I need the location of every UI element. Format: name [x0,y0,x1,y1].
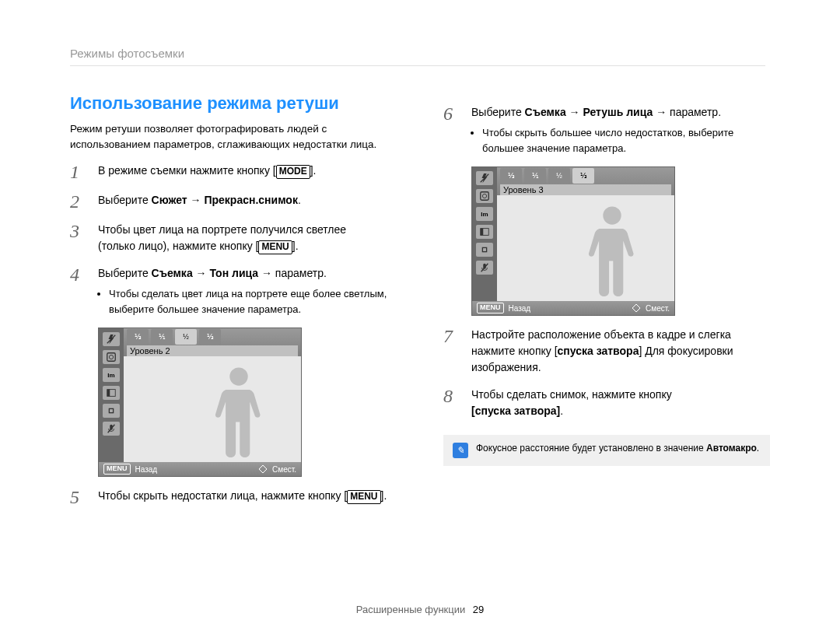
note-box: ✎ Фокусное расстояние будет установлено … [443,435,770,466]
step-2: 2 Выберите Сюжет → Прекрасн.снимок. [70,192,404,211]
footer: Расширенные функции 29 [0,604,840,615]
menu-button-label: MENU [347,490,380,504]
step-1: 1 В режиме съемки нажмите кнопку [MODE]. [70,163,404,181]
step-bullet: Чтобы сделать цвет лица на портрете еще … [109,286,404,317]
note-text: Фокусное расстояние будет установлено в … [476,443,759,454]
lcd-sidebar: Im [472,167,497,301]
level-option-3-selected[interactable]: ⅓ [572,168,594,184]
level-option-3[interactable]: ⅓ [199,329,221,345]
step-text-end: . [298,194,301,206]
svg-point-2 [109,356,113,359]
mic-off-icon [476,261,493,275]
level-label: Уровень 2 [127,345,298,356]
move-label: Смест. [272,465,296,474]
person-silhouette-icon [573,198,651,299]
menu-button-label: MENU [258,240,292,254]
lcd-sidebar: Im [99,328,124,462]
step-text-line2b: ]. [292,240,299,252]
svg-rect-15 [482,247,486,251]
level-option-2-selected[interactable]: ½ [175,329,197,345]
note-bold: Автомакро [706,443,757,454]
svg-rect-4 [107,390,110,397]
step-text-line2a: (только лицо), нажмите кнопку [ [98,240,258,252]
dpad-icon [258,464,268,474]
mic-off-icon [103,422,120,436]
quality-icon [476,225,493,239]
face-detect-icon [103,350,120,364]
step-text-a: Чтобы сделать снимок, нажмите кнопку [471,387,770,403]
camera-screen-level2: Im ⅓ ⅟₁ ½ ⅓ Уровень 2 MENU Назад [98,328,302,477]
header-underline [70,65,765,66]
level-option-1[interactable]: ⅟₁ [151,329,173,345]
step-number: 6 [443,104,460,156]
focus-area-icon [103,404,120,418]
flash-off-icon [476,171,493,185]
intro-text: Режим ретуши позволяет фотографировать л… [70,121,404,152]
resolution-icon: Im [103,368,120,382]
step-7: 7 Настройте расположение объекта в кадре… [443,327,770,376]
step-bold: Съемка → Тон лица [152,267,258,279]
svg-rect-1 [107,353,116,362]
back-label: Назад [509,304,531,313]
step-4: 4 Выберите Съемка → Тон лица → параметр.… [70,265,404,317]
section-title: Использование режима ретуши [70,93,404,114]
step-text-end: → параметр. [653,106,721,118]
focus-area-icon [476,243,493,257]
menu-button-label: MENU [103,464,131,475]
footer-label: Расширенные функции [356,604,466,615]
face-detect-icon [476,189,493,203]
quality-icon [103,386,120,400]
step-text: В режиме съемки нажмите кнопку [ [98,164,276,177]
level-option-2[interactable]: ½ [548,168,570,184]
step-number: 4 [70,265,87,317]
step-text-end: ]. [310,164,317,177]
level-option-1[interactable]: ⅟₁ [524,168,546,184]
right-column: 6 Выберите Съемка → Ретушь лица → параме… [443,93,770,466]
step-number: 2 [70,192,87,211]
step-bold: спуска затвора [558,345,639,357]
step-text: Выберите [471,106,525,118]
step-5: 5 Чтобы скрыть недостатки лица, нажмите … [70,488,404,506]
step-8: 8 Чтобы сделать снимок, нажмите кнопку [… [443,387,770,419]
step-bullet: Чтобы скрыть большее число недостатков, … [482,125,770,156]
step-text-end: ]. [381,489,387,502]
note-icon: ✎ [453,443,468,458]
step-bold: [спуска затвора] [471,405,560,417]
lcd-statusbar: MENU Назад Смест. [472,301,674,315]
step-bold: Съемка → Ретушь лица [525,106,653,118]
note-text-a: Фокусное расстояние будет установлено в … [476,443,706,454]
step-text-line1: Чтобы цвет лица на портрете получился св… [98,222,404,238]
dpad-icon [632,303,641,313]
step-text-end: → параметр. [258,267,327,279]
step-6: 6 Выберите Съемка → Ретушь лица → параме… [443,104,770,156]
step-text-b: . [560,405,563,417]
level-option-0[interactable]: ⅓ [127,329,149,345]
lcd-statusbar: MENU Назад Смест. [99,462,301,476]
move-label: Смест. [646,304,670,313]
left-column: Использование режима ретуши Режим ретуши… [70,93,404,517]
step-text: Выберите [98,267,152,279]
page-number: 29 [473,604,484,615]
note-text-b: . [757,443,759,454]
step-text: Выберите [98,194,152,206]
step-text: Чтобы скрыть недостатки лица, нажмите кн… [98,489,347,502]
camera-screen-level3: Im ⅓ ⅟₁ ½ ⅓ Уровень 3 MENU Назад [471,166,675,316]
step-number: 3 [70,222,87,254]
person-silhouette-icon [200,359,278,461]
step-number: 1 [70,163,87,181]
menu-button-label: MENU [477,303,504,313]
svg-point-12 [482,194,486,198]
step-number: 5 [70,488,87,506]
step-bold: Сюжет → Прекрасн.снимок [152,194,298,206]
level-label: Уровень 3 [500,184,671,195]
svg-marker-18 [632,304,640,312]
step-number: 8 [443,387,460,419]
resolution-icon: Im [476,207,493,221]
svg-rect-5 [109,409,113,413]
svg-rect-11 [481,192,489,201]
back-label: Назад [135,465,158,474]
step-3: 3 Чтобы цвет лица на портрете получился … [70,222,404,254]
level-option-0[interactable]: ⅓ [500,168,522,184]
mode-button-label: MODE [276,165,310,179]
svg-marker-9 [259,465,267,473]
